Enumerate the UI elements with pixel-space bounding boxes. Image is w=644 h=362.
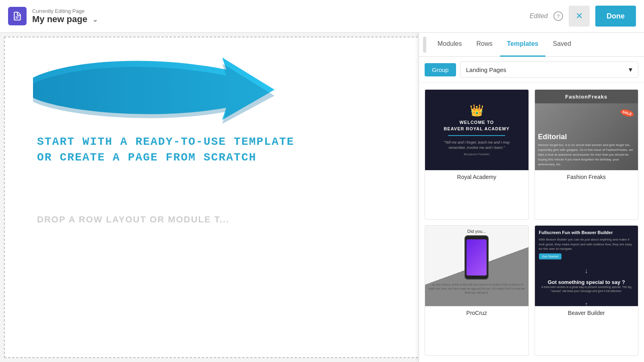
help-icon[interactable]: ?: [553, 11, 563, 21]
filter-bar: Group Landing Pages ▾: [419, 57, 644, 83]
document-icon: [12, 11, 23, 21]
tab-templates[interactable]: Templates: [500, 33, 546, 57]
arrow-container: [25, 45, 283, 134]
filter-dropdown[interactable]: Landing Pages ▾: [460, 62, 638, 78]
page-title-group: Currently Editing Page My new page ⌄: [32, 8, 98, 25]
template-card-royal-academy[interactable]: 👑 WELCOME TOBEAVER ROYAL ACADEMY "Tell m…: [425, 89, 529, 220]
templates-grid: 👑 WELCOME TOBEAVER ROYAL ACADEMY "Tell m…: [419, 83, 644, 362]
currently-editing-label: Currently Editing Page: [32, 8, 98, 14]
done-button[interactable]: Done: [595, 6, 636, 27]
headline-line1: START WITH A READY-TO-USE TEMPLATE: [37, 134, 294, 150]
tab-bar: Modules Rows Templates Saved: [419, 33, 644, 57]
template-name-procruz: ProCruz: [425, 306, 528, 319]
group-button[interactable]: Group: [425, 63, 456, 76]
template-card-procruz[interactable]: Did you... ...by any chance, arrive at t…: [425, 225, 529, 356]
page-name: My new page: [32, 14, 87, 25]
page-editor-icon: [8, 7, 27, 25]
arrow-down-icon: ↓: [539, 267, 634, 275]
template-thumb-fashion-freaks: FashionFreaks SALE Editorial Women forge…: [535, 90, 638, 170]
template-thumb-beaver-builder: Fullscreen Fun with Beaver Builder With …: [535, 226, 638, 306]
filter-value: Landing Pages: [466, 66, 506, 73]
svg-rect-0: [16, 16, 19, 17]
tab-saved[interactable]: Saved: [545, 33, 578, 57]
page-name-dropdown[interactable]: My new page ⌄: [32, 14, 98, 25]
template-name-royal-academy: Royal Academy: [425, 170, 528, 183]
phone-mockup: [464, 235, 489, 280]
filter-chevron-icon: ▾: [629, 65, 632, 74]
close-button[interactable]: ✕: [569, 6, 590, 27]
template-thumb-procruz: Did you... ...by any chance, arrive at t…: [425, 226, 528, 306]
chevron-down-icon[interactable]: ⌄: [92, 15, 98, 24]
template-name-beaver-builder: Beaver Builder: [535, 306, 638, 319]
template-card-fashion-freaks[interactable]: FashionFreaks SALE Editorial Women forge…: [535, 89, 639, 220]
arrow-up-icon: ↑: [539, 300, 634, 306]
crown-icon: 👑: [470, 104, 484, 117]
header: Currently Editing Page My new page ⌄ Edi…: [0, 0, 644, 33]
tab-rows[interactable]: Rows: [469, 33, 500, 57]
tab-modules[interactable]: Modules: [430, 33, 469, 57]
canvas-drop-hint: DROP A ROW LAYOUT OR MODULE T...: [37, 214, 229, 225]
headline-line2: OR CREATE A PAGE FROM SCRATCH: [37, 150, 294, 165]
template-thumb-royal-academy: 👑 WELCOME TOBEAVER ROYAL ACADEMY "Tell m…: [425, 90, 528, 170]
header-left: Currently Editing Page My new page ⌄: [8, 7, 98, 25]
panel-drag-handle[interactable]: [423, 37, 426, 53]
right-panel: Modules Rows Templates Saved Group Landi…: [419, 33, 644, 362]
edited-label: Edited: [530, 12, 548, 20]
canvas-headline: START WITH A READY-TO-USE TEMPLATE OR CR…: [37, 134, 294, 165]
template-card-beaver-builder[interactable]: Fullscreen Fun with Beaver Builder With …: [535, 225, 639, 356]
arrow-graphic: [25, 45, 283, 134]
svg-rect-1: [16, 18, 19, 19]
header-right: Edited ? ✕ Done: [530, 6, 636, 27]
template-name-fashion-freaks: Fashion Freaks: [535, 170, 638, 183]
